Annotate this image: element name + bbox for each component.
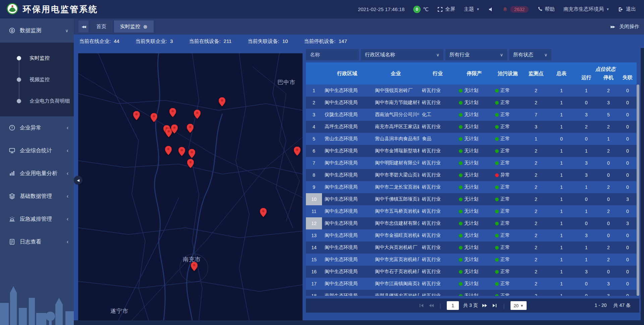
table-row[interactable]: 10 阆中生态环境局 阆中千佛镇五郎垭页岩 砖瓦行业 无计划 正常 2 [306, 193, 637, 205]
table-row[interactable]: 6 阆中生态环境局 阆中市金博瑞新型墙材 砖瓦行业 无计划 正常 2 [306, 145, 637, 157]
map-pin-icon[interactable] [191, 262, 198, 271]
table-row[interactable]: 8 阆中生态环境局 阆中市枣碧大梁山页岩 砖瓦行业 无计划 异常 2 [306, 169, 637, 181]
table-row[interactable]: 3 仪陇生态环境局 西南油气田分公司川中 化工 无计划 正常 7 [306, 109, 637, 121]
row-industry: 砖瓦行业 [419, 85, 456, 97]
row-index: 2 [306, 97, 322, 109]
panel-collapse-button[interactable]: ◀ [74, 176, 83, 184]
map-pin-icon[interactable] [151, 113, 157, 122]
notifications[interactable]: 2632 [502, 6, 529, 13]
map-pin-icon[interactable] [133, 111, 140, 120]
table-row[interactable]: 14 阆中生态环境局 阆中大兴页岩机砖厂 砖瓦行业 无计划 正常 2 [306, 241, 637, 254]
sidebar-item-emergency-reduction[interactable]: 应急减排管理 ‹ [0, 208, 74, 230]
table-row[interactable]: 11 阆中生态环境局 阆中市五马桥页岩机砖 砖瓦行业 无计划 正常 2 [306, 205, 637, 217]
row-facility-status: 正常 [492, 157, 523, 169]
col-stop: 停机 [598, 74, 619, 81]
table-row[interactable]: 7 阆中生态环境局 阆中明阳建材有限公司 砖瓦行业 无计划 正常 2 [306, 157, 637, 169]
row-lost-count: 3 [619, 217, 637, 229]
page-size-select[interactable]: 20 ▼ [511, 301, 527, 310]
last-page-button[interactable] [492, 303, 497, 308]
map-pin-icon[interactable] [178, 147, 185, 156]
document-icon [9, 238, 15, 245]
map-pin-icon[interactable] [189, 149, 195, 158]
row-region: 阆中生态环境局 [322, 241, 372, 254]
map-pin-icon[interactable] [169, 108, 176, 117]
fullscreen-button[interactable]: 全屏 [437, 6, 455, 12]
row-lost-count: 0 [619, 157, 637, 169]
table-row[interactable]: 5 营山生态环境局 营山县润丰肉食品有限 食品 无计划 正常 1 [306, 133, 637, 145]
table-row[interactable]: 9 阆中生态环境局 阆中市二龙长宝页岩砖 砖瓦行业 无计划 正常 2 [306, 181, 637, 193]
next-page-button[interactable] [482, 303, 488, 308]
sidebar-item-log-view[interactable]: 日志查看 ‹ [0, 230, 74, 253]
industry-select[interactable]: 所有行业 ∨ [445, 49, 507, 60]
sidebar-item-power-load-detail[interactable]: 企业电力负荷明细 [0, 90, 74, 112]
row-plan-status: 无计划 [456, 121, 492, 133]
tab-realtime-monitoring[interactable]: 实时监控 ⊗ [114, 20, 154, 33]
page-number-input[interactable]: 1 [447, 301, 459, 310]
tab-home[interactable]: 首页 [90, 20, 112, 33]
datetime: 2021-02-25 17:46:18 [358, 6, 405, 12]
sidebar-item-company-statistics[interactable]: 企业综合统计 ‹ [0, 139, 74, 162]
row-monitor-count: 1 [523, 133, 549, 145]
prev-page-icon [428, 303, 434, 308]
table-row[interactable]: 13 阆中生态环境局 阆中市金福旺页岩机砖 砖瓦行业 无计划 正常 2 [306, 229, 637, 241]
map-pin-icon[interactable] [294, 147, 301, 156]
help-button[interactable]: 帮助 [537, 6, 555, 12]
prev-page-button[interactable] [428, 303, 434, 308]
sidebar-item-data-monitoring[interactable]: 数据监测 ∨ [0, 18, 74, 43]
row-facility-status: 正常 [492, 145, 523, 157]
map-pin-icon[interactable] [187, 124, 194, 133]
row-monitor-count: 2 [523, 85, 549, 97]
row-index: 17 [306, 278, 322, 290]
sidebar-item-electricity-analysis[interactable]: 企业用电量分析 ‹ [0, 162, 74, 185]
map[interactable]: 巴中市 南充市 遂宁市 [78, 53, 303, 320]
row-company: 阆中市二龙长宝页岩砖 [372, 181, 419, 193]
total-count-label: 共 47 条 [613, 303, 631, 309]
table-row[interactable]: 1 阆中生态环境局 阆中强锐页岩砖厂 砖瓦行业 无计划 正常 2 [306, 85, 637, 97]
map-pin-icon[interactable] [171, 124, 178, 133]
map-pin-icon[interactable] [165, 146, 172, 155]
map-pin-icon[interactable] [194, 110, 201, 119]
row-lost-count: 0 [619, 97, 637, 109]
status-select[interactable]: 所有状态 ∨ [509, 49, 551, 60]
table-row[interactable]: 15 阆中生态环境局 阆中市光富页岩机砖厂 砖瓦行业 无计划 正常 2 [306, 254, 637, 266]
row-facility-status: 正常 [492, 133, 523, 145]
separator: ❘ [502, 303, 506, 309]
double-chevron-right-icon[interactable]: ▶▶ [611, 25, 614, 29]
row-monitor-count: 2 [523, 229, 549, 241]
sidebar-item-company-abnormal[interactable]: 企业异常 ‹ [0, 116, 74, 139]
table-row[interactable]: 18 南部生态环境局 南部县碾垭乡页岩砖厂 砖瓦行业 无计划 正常 2 [306, 290, 637, 296]
row-plan-status: 无计划 [456, 157, 492, 169]
sidebar-item-base-data[interactable]: 基础数据管理 ‹ [0, 185, 74, 208]
table-row[interactable]: 4 高坪生态环境局 南充市高坪区王家店建 砖瓦行业 无计划 正常 3 [306, 121, 637, 133]
row-region: 阆中生态环境局 [322, 97, 372, 109]
org-dropdown[interactable]: 南充市生态环境局 ▼ [564, 6, 609, 12]
bell-icon [502, 7, 508, 12]
region-select[interactable]: 行政区域名称 ∨ [361, 49, 443, 60]
row-region: 阆中生态环境局 [322, 181, 372, 193]
row-running-count: 3 [574, 157, 598, 169]
theme-dropdown[interactable]: 主题 ▼ [464, 6, 480, 12]
map-pin-icon[interactable] [219, 97, 225, 106]
map-pin-icon[interactable] [260, 208, 267, 217]
map-pin-icon[interactable] [187, 159, 194, 168]
tabs-scroll-left-button[interactable]: ◀◀ [78, 20, 89, 33]
table-scrollbar[interactable] [637, 85, 639, 296]
close-icon[interactable]: ⊗ [143, 24, 148, 29]
mute-button[interactable] [488, 7, 494, 12]
table-row[interactable]: 12 阆中生态环境局 阆中市忠信建材有限公 砖瓦行业 无计划 正常 2 [306, 217, 637, 229]
sidebar-item-realtime-monitoring[interactable]: 实时监控 [0, 47, 74, 69]
sidebar-item-video-monitoring[interactable]: 视频监控 [0, 69, 74, 90]
row-stopped-count: 0 [598, 229, 619, 241]
table-row[interactable]: 17 阆中生态环境局 阆中市江南镇阆南页岩 砖瓦行业 无计划 正常 2 [306, 278, 637, 290]
table-row[interactable]: 2 阆中生态环境局 阆中市南方节能建材有 砖瓦行业 无计划 正常 2 [306, 97, 637, 109]
close-operations-button[interactable]: 关闭操作 [619, 23, 639, 30]
temperature: 0 ℃ [413, 6, 429, 13]
row-monitor-count: 2 [523, 266, 549, 278]
logout-button[interactable]: 退出 [618, 6, 636, 12]
row-plan-status: 无计划 [456, 97, 492, 109]
table-row[interactable]: 16 阆中生态环境局 阆中市石子页岩机砖厂 砖瓦行业 无计划 正常 2 [306, 266, 637, 278]
row-facility-status: 正常 [492, 97, 523, 109]
row-company: 南充市高坪区王家店建 [372, 121, 419, 133]
first-page-button[interactable] [419, 303, 424, 308]
name-search-input[interactable]: 名称 [306, 49, 359, 60]
